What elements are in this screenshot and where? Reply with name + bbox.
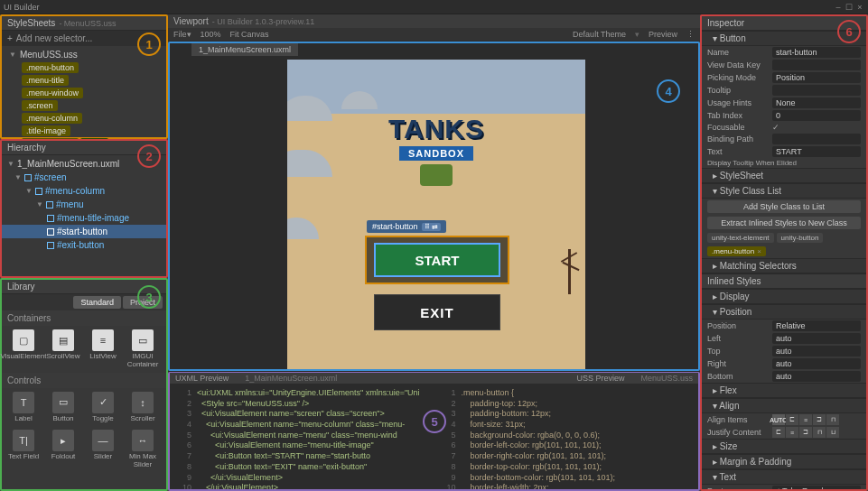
slider-icon: —: [92, 430, 114, 451]
start-button-selection[interactable]: START: [365, 236, 509, 284]
name-field[interactable]: start-button: [772, 47, 861, 58]
class-pill[interactable]: unity-button: [777, 233, 824, 243]
chevron-down-icon: ▼: [7, 160, 14, 168]
library-section: Controls: [2, 373, 166, 388]
hierarchy-panel: Hierarchy ▼ 1_MainMenuScreen.uxml ▼#scre…: [0, 139, 168, 278]
uss-code[interactable]: 1.menu-button { 2 padding-top: 12px; 3 p…: [434, 374, 699, 489]
close-icon[interactable]: ×: [855, 3, 864, 12]
selector-item[interactable]: .menu-window: [22, 87, 163, 99]
stylesheets-header: StyleSheets - MenuUSS.uss: [2, 16, 166, 31]
class-pill[interactable]: unity-text-element: [707, 233, 774, 243]
extract-styles-button[interactable]: Extract Inlined Styles to New Class: [707, 217, 861, 229]
top-field[interactable]: auto: [772, 346, 861, 357]
library-item[interactable]: ▢VisualElement: [5, 329, 42, 369]
text-section[interactable]: ▾ Text: [702, 469, 866, 485]
matching-section[interactable]: ▸ Matching Selectors: [702, 258, 866, 273]
justify-buttons[interactable]: ⊏≡⊐⊓⊔: [772, 427, 839, 438]
viewport-header: Viewport - UI Builder 1.0.3-preview.11: [168, 14, 700, 28]
focusable-checkbox[interactable]: ✓: [772, 123, 779, 132]
text-field[interactable]: START: [772, 146, 861, 157]
hierarchy-item-selected[interactable]: #start-button: [2, 225, 166, 238]
app-title: UI Builder: [4, 3, 40, 12]
library-panel: Library Standard Project Containers ▢Vis…: [0, 278, 168, 491]
library-item[interactable]: ▭Button: [45, 392, 81, 423]
visualelement-icon: ▢: [13, 329, 34, 351]
maximize-icon[interactable]: ☐: [845, 3, 854, 12]
remove-icon[interactable]: ×: [757, 247, 761, 255]
file-menu[interactable]: File▾: [173, 30, 191, 39]
right-field[interactable]: auto: [772, 358, 861, 369]
menu-icon[interactable]: ⋮: [686, 30, 695, 39]
preview-button[interactable]: Preview: [649, 30, 677, 39]
annotation-circle-6: 6: [837, 20, 861, 43]
selector-item[interactable]: .menu-title: [22, 74, 163, 87]
hierarchy-item[interactable]: #exit-button: [2, 238, 166, 252]
picking-dropdown[interactable]: Position: [772, 72, 861, 83]
uxml-preview-tab[interactable]: UXML Preview: [175, 374, 229, 383]
library-item[interactable]: ✓Toggle: [85, 392, 121, 423]
binding-field[interactable]: [772, 134, 861, 144]
font-field[interactable]: ∧Teko-Regular: [772, 486, 861, 491]
viewdata-field[interactable]: [772, 60, 861, 70]
game-title: TANKS SANDBOX: [287, 114, 585, 186]
flex-section[interactable]: ▸ Flex: [702, 383, 866, 398]
display-section[interactable]: ▸ Display: [702, 289, 866, 304]
selector-item[interactable]: .title-image: [22, 125, 163, 137]
library-tab-standard[interactable]: Standard: [73, 296, 121, 309]
margin-section[interactable]: ▸ Margin & Padding: [702, 454, 866, 469]
code-preview-panel: UXML Preview 1_MainMenuScreen.uxml USS P…: [168, 372, 700, 491]
fit-canvas-button[interactable]: Fit Canvas: [230, 30, 269, 39]
stylesheets-panel: StyleSheets - MenuUSS.uss + Add new sele…: [0, 14, 168, 139]
tank-icon: [420, 164, 453, 186]
viewport-canvas[interactable]: 1_MainMenuScreen.uxml TANKS SANDBOX: [168, 42, 700, 371]
position-dropdown[interactable]: Relative: [772, 320, 861, 331]
align-items-buttons[interactable]: AUTO⊏≡⊐⊓: [772, 414, 839, 425]
hierarchy-item[interactable]: ▼#screen: [2, 171, 166, 184]
selector-item[interactable]: .menu-button: [22, 61, 163, 74]
start-button[interactable]: START: [374, 243, 500, 277]
theme-dropdown[interactable]: Default Theme: [573, 30, 626, 39]
align-section[interactable]: ▾ Align: [702, 398, 866, 413]
size-section[interactable]: ▸ Size: [702, 439, 866, 454]
tooltip-field[interactable]: [772, 85, 861, 96]
styleclass-section[interactable]: ▾ Style Class List: [702, 183, 866, 199]
hierarchy-item[interactable]: ▼#menu: [2, 198, 166, 211]
library-item[interactable]: ▸Foldout: [45, 430, 81, 469]
library-item[interactable]: ▤ScrollView: [45, 329, 81, 369]
textfield-icon: T|: [13, 430, 34, 451]
annotation-circle-5: 5: [423, 410, 446, 433]
library-item[interactable]: TLabel: [5, 392, 42, 423]
zoom-level[interactable]: 100%: [201, 30, 221, 39]
inlined-section: Inlined Styles: [702, 273, 866, 289]
annotation-circle-2: 2: [137, 144, 161, 168]
uxml-code[interactable]: 1<ui:UXML xmlns:ui="UnityEngine.UIElemen…: [170, 374, 434, 489]
hierarchy-item[interactable]: #menu-title-image: [2, 211, 166, 225]
library-item[interactable]: T|Text Field: [5, 430, 42, 469]
class-pill[interactable]: .menu-button×: [707, 246, 766, 256]
tabindex-field[interactable]: 0: [772, 110, 861, 121]
uss-preview-tab[interactable]: USS Preview: [576, 374, 624, 383]
annotation-circle-3: 3: [137, 285, 161, 309]
left-field[interactable]: auto: [772, 333, 861, 344]
library-item[interactable]: ↔Min Max Slider: [125, 430, 161, 469]
foldout-icon: ▸: [52, 430, 74, 451]
add-class-button[interactable]: Add Style Class to List: [707, 200, 861, 213]
position-section[interactable]: ▾ Position: [702, 304, 866, 320]
selection-badge[interactable]: #start-button ⠿ ⇄: [367, 220, 446, 233]
library-item[interactable]: ≡ListView: [85, 329, 121, 369]
library-item[interactable]: ↕Scroller: [125, 392, 161, 423]
inspector-panel: Inspector ▾ Button Namestart-button View…: [700, 14, 868, 491]
listview-icon: ≡: [92, 329, 114, 351]
canvas-tab[interactable]: 1_MainMenuScreen.uxml: [191, 43, 298, 56]
bottom-field[interactable]: auto: [772, 371, 861, 382]
exit-button[interactable]: EXIT: [374, 294, 500, 330]
minimize-icon[interactable]: –: [834, 3, 843, 12]
stylesheet-section[interactable]: ▸ StyleSheet: [702, 168, 866, 183]
hierarchy-item[interactable]: ▼#menu-column: [2, 184, 166, 198]
library-item[interactable]: ▭IMGUI Container: [125, 329, 161, 369]
library-item[interactable]: —Slider: [85, 430, 121, 469]
chevron-down-icon: ▼: [9, 51, 16, 59]
selector-item[interactable]: .menu-column: [22, 112, 163, 125]
usage-dropdown[interactable]: None: [772, 97, 861, 108]
selector-item[interactable]: .screen: [22, 99, 163, 112]
